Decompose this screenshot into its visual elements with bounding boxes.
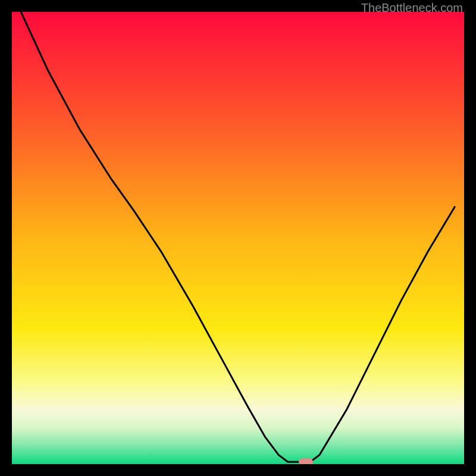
- chart-container: [12, 12, 464, 464]
- bottleneck-chart: [12, 12, 464, 464]
- gradient-background: [12, 12, 464, 464]
- optimal-marker: [299, 458, 313, 464]
- watermark-text: TheBottleneck.com: [361, 1, 463, 15]
